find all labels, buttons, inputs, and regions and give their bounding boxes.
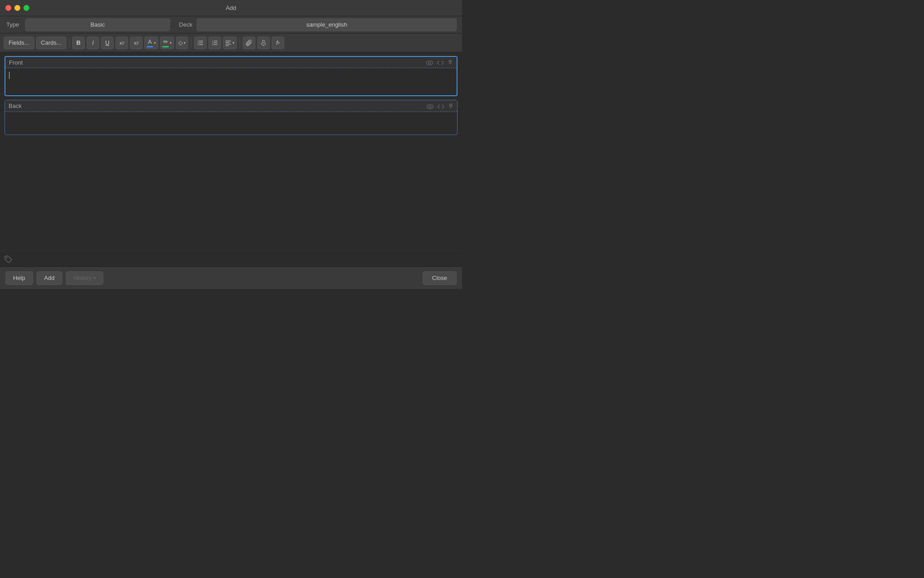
audio-button[interactable] — [257, 37, 270, 49]
front-pin-icon[interactable] — [448, 59, 453, 66]
close-traffic-light[interactable] — [5, 5, 11, 11]
back-preview-icon[interactable] — [426, 102, 434, 109]
tag-icon[interactable] — [5, 255, 13, 263]
svg-text:3.: 3. — [212, 43, 214, 46]
type-selector[interactable]: Basic — [25, 19, 170, 31]
superscript-button[interactable]: x2 — [116, 37, 128, 49]
svg-point-18 — [426, 61, 433, 65]
traffic-lights — [5, 5, 29, 11]
font-color-dropdown-arrow: ▾ — [154, 41, 156, 45]
front-field-header: Front — [5, 57, 457, 68]
type-deck-bar: Type Basic Deck sample_english — [0, 16, 462, 33]
svg-rect-3 — [199, 42, 203, 43]
minimize-traffic-light[interactable] — [14, 5, 20, 11]
bottom-bar: Help Add History ▾ Close — [0, 266, 462, 289]
svg-rect-5 — [199, 44, 203, 45]
highlight-icon: ✏ — [163, 38, 168, 45]
front-field-icons — [426, 59, 453, 66]
svg-point-23 — [450, 104, 452, 106]
front-preview-icon[interactable] — [426, 59, 433, 66]
maximize-traffic-light[interactable] — [23, 5, 29, 11]
front-field[interactable]: Front — [5, 56, 457, 96]
highlight-color-dropdown-arrow: ▾ — [170, 41, 172, 45]
front-field-content[interactable] — [5, 68, 457, 95]
highlight-color-button[interactable]: ✏ ▾ — [160, 37, 174, 49]
back-code-icon[interactable] — [437, 102, 444, 109]
toolbar-separator-1 — [69, 38, 69, 48]
back-field[interactable]: Back — [5, 100, 457, 135]
align-button[interactable]: ▾ — [223, 37, 237, 49]
svg-rect-9 — [214, 42, 217, 43]
add-button[interactable]: Add — [37, 271, 62, 285]
svg-point-20 — [450, 61, 451, 62]
history-label: History — [74, 275, 92, 281]
svg-rect-1 — [199, 41, 203, 42]
main-spacer — [0, 142, 462, 251]
back-field-header: Back — [5, 100, 457, 112]
title-bar: Add — [0, 0, 462, 16]
back-pin-icon[interactable] — [448, 102, 453, 109]
subscript-button[interactable]: x2 — [130, 37, 143, 49]
back-field-label: Back — [9, 103, 22, 109]
front-field-label: Front — [9, 59, 23, 66]
align-dropdown-arrow: ▾ — [232, 41, 235, 45]
attach-button[interactable] — [243, 37, 255, 49]
tag-area — [0, 251, 462, 266]
bold-button[interactable]: B — [72, 37, 85, 49]
toolbar: Fields... Cards... B I U x2 x2 A ▾ ✏ ▾ ◇… — [0, 33, 462, 52]
svg-rect-4 — [198, 44, 199, 45]
toolbar-separator-2 — [191, 38, 191, 48]
back-field-content[interactable] — [5, 112, 457, 135]
font-color-button[interactable]: A ▾ — [144, 37, 158, 49]
svg-point-22 — [429, 105, 431, 107]
type-label: Type — [0, 21, 25, 28]
svg-rect-0 — [198, 41, 199, 42]
svg-rect-13 — [226, 42, 230, 43]
svg-point-21 — [427, 104, 433, 109]
ordered-list-button[interactable]: 1. 2. 3. — [208, 37, 221, 49]
cursor — [9, 72, 9, 79]
svg-rect-15 — [226, 45, 229, 46]
fields-button[interactable]: Fields... — [4, 37, 34, 49]
svg-point-24 — [6, 257, 8, 258]
unordered-list-button[interactable] — [194, 37, 207, 49]
underline-button[interactable]: U — [101, 37, 114, 49]
eraser-dropdown-arrow: ▾ — [184, 41, 186, 45]
window-title: Add — [226, 5, 236, 11]
svg-rect-12 — [226, 41, 231, 42]
deck-selector[interactable]: sample_english — [197, 19, 457, 31]
font-color-swatch — [147, 46, 153, 47]
toolbar-separator-3 — [240, 38, 240, 48]
svg-point-19 — [429, 62, 431, 64]
svg-rect-7 — [214, 41, 217, 42]
eraser-button[interactable]: ◇ ▾ — [176, 37, 188, 49]
back-field-icons — [426, 102, 453, 109]
math-button[interactable]: fx — [272, 37, 284, 49]
fields-section: Front — [0, 52, 462, 142]
bottom-left-buttons: Help Add History ▾ — [5, 271, 103, 285]
front-code-icon[interactable] — [437, 59, 444, 66]
font-color-icon: A — [148, 38, 152, 45]
cards-button[interactable]: Cards... — [36, 37, 67, 49]
history-button[interactable]: History ▾ — [66, 271, 103, 285]
help-button[interactable]: Help — [5, 271, 33, 285]
close-button[interactable]: Close — [423, 271, 457, 285]
svg-rect-2 — [198, 42, 199, 43]
highlight-color-swatch — [162, 46, 169, 47]
history-dropdown-arrow: ▾ — [93, 275, 96, 280]
eraser-icon: ◇ — [178, 39, 183, 46]
svg-rect-14 — [226, 44, 231, 45]
main-content: Front — [0, 52, 462, 289]
svg-rect-11 — [214, 44, 217, 45]
svg-rect-16 — [263, 40, 264, 43]
italic-button[interactable]: I — [87, 37, 99, 49]
deck-label: Deck — [175, 21, 197, 28]
